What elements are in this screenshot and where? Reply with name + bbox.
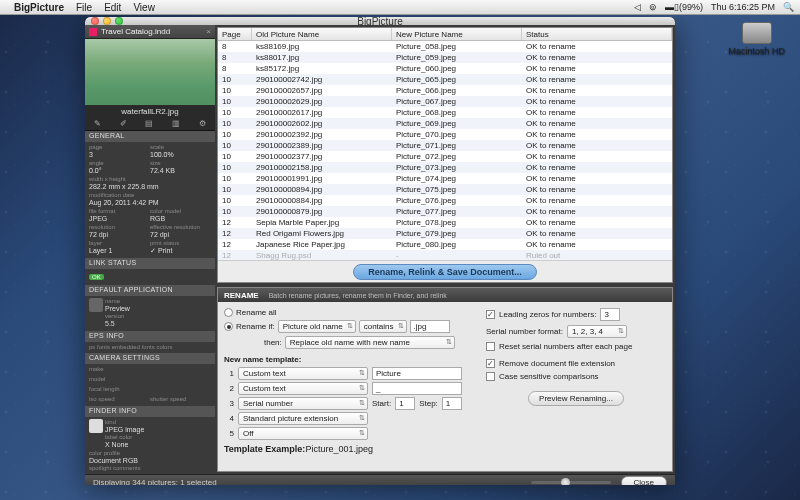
rename-relink-save-button[interactable]: Rename, Relink & Save Document... xyxy=(353,264,537,280)
minimize-icon[interactable] xyxy=(103,17,111,25)
th-old[interactable]: Old Picture Name xyxy=(252,28,392,40)
input-if-value[interactable]: .jpg xyxy=(410,320,450,333)
status-text: Displaying 344 pictures: 1 selected xyxy=(93,478,217,485)
input-t1[interactable]: Picture xyxy=(372,367,462,380)
finder-header: FINDER INFO xyxy=(85,406,215,417)
info-toolbar: ✎ ✐ ▤ ▥ ⚙ xyxy=(85,117,215,131)
template-label: New name template: xyxy=(224,355,474,364)
preview-filename: waterfallLR2.jpg xyxy=(85,107,215,116)
cb-remove-ext[interactable] xyxy=(486,359,495,368)
folder-icon[interactable]: ▤ xyxy=(145,119,153,128)
page-icon[interactable]: ▥ xyxy=(172,119,180,128)
table-row[interactable]: 10290100002602.jpgPicture_069.jpegOK to … xyxy=(218,118,672,129)
pencil-icon[interactable]: ✎ xyxy=(94,119,101,128)
cb-leading-zeros[interactable] xyxy=(486,310,495,319)
menubar: BigPicture File Edit View ◁ ⊚ ▬▯ (99%) T… xyxy=(0,0,800,15)
tab-close-icon[interactable]: × xyxy=(206,27,211,36)
table-row[interactable]: 10290100002742.jpgPicture_065.jpegOK to … xyxy=(218,74,672,85)
window: BigPicture Travel Catalog.indd × waterfa… xyxy=(85,17,675,485)
close-icon[interactable] xyxy=(91,17,99,25)
link-ok-badge: OK xyxy=(89,274,104,280)
table-row[interactable]: 10290100002617.jpgPicture_068.jpegOK to … xyxy=(218,107,672,118)
gear-icon[interactable]: ⚙ xyxy=(199,119,206,128)
defapp-header: DEFAULT APPLICATION xyxy=(85,285,215,296)
table-row[interactable]: 10290100002389.jpgPicture_071.jpegOK to … xyxy=(218,140,672,151)
preview-renaming-button[interactable]: Preview Renaming... xyxy=(528,391,624,406)
label-rename-if: Rename if: xyxy=(236,322,275,331)
battery-icon[interactable]: ▬▯ (99%) xyxy=(665,2,703,12)
table-row[interactable]: 12Japanese Rice Paper.jpgPicture_080.jpe… xyxy=(218,239,672,250)
zoom-icon[interactable] xyxy=(115,17,123,25)
input-step[interactable]: 1 xyxy=(442,397,462,410)
preview-app-icon xyxy=(89,298,103,312)
table-row[interactable]: 10290100002657.jpgPicture_066.jpegOK to … xyxy=(218,85,672,96)
select-t5[interactable]: Off xyxy=(238,427,368,440)
table-row[interactable]: 10290100002392.jpgPicture_070.jpegOK to … xyxy=(218,129,672,140)
table-row[interactable]: 10290100002377.jpgPicture_072.jpegOK to … xyxy=(218,151,672,162)
indesign-icon xyxy=(89,28,97,36)
rename-header: RENAME xyxy=(224,291,259,300)
table-row[interactable]: 12Shagg Rug.psd-Ruled out xyxy=(218,250,672,260)
sidebar: Travel Catalog.indd × waterfallLR2.jpg ✎… xyxy=(85,25,215,285)
camera-header: CAMERA SETTINGS xyxy=(85,353,215,364)
spotlight-icon[interactable]: 🔍 xyxy=(783,2,794,12)
select-t3[interactable]: Serial number xyxy=(238,397,368,410)
wifi-icon[interactable]: ⊚ xyxy=(649,2,657,12)
label-rename-all: Rename all xyxy=(236,308,276,317)
thumbnail-size-slider[interactable] xyxy=(531,481,611,484)
volume-icon[interactable]: ◁ xyxy=(634,2,641,12)
input-t2[interactable]: _ xyxy=(372,382,462,395)
menu-app[interactable]: BigPicture xyxy=(14,2,64,13)
eps-header: EPS INFO xyxy=(85,331,215,342)
radio-rename-all[interactable] xyxy=(224,308,233,317)
table-row[interactable]: 12Red Origami Flowers.jpgPicture_079.jpe… xyxy=(218,228,672,239)
table-row[interactable]: 10290100000879.jpgPicture_077.jpegOK to … xyxy=(218,206,672,217)
label-then: then: xyxy=(264,338,282,347)
statusbar: Displaying 344 pictures: 1 selected Clos… xyxy=(85,474,675,485)
desktop-hd-icon[interactable]: Macintosh HD xyxy=(728,22,785,56)
table-row[interactable]: 10290100002158.jpgPicture_073.jpegOK to … xyxy=(218,162,672,173)
table-row[interactable]: 8ks85172.jpgPicture_060.jpegOK to rename xyxy=(218,63,672,74)
jpeg-file-icon xyxy=(89,419,103,433)
rename-panel: RENAME Batch rename pictures, rename the… xyxy=(217,287,673,472)
th-status[interactable]: Status xyxy=(522,28,672,40)
menu-edit[interactable]: Edit xyxy=(104,2,121,13)
cb-case-sensitive[interactable] xyxy=(486,372,495,381)
select-t1[interactable]: Custom text xyxy=(238,367,368,380)
input-leading-zeros[interactable]: 3 xyxy=(600,308,620,321)
table-header: Page Old Picture Name New Picture Name S… xyxy=(218,28,672,41)
th-page[interactable]: Page xyxy=(218,28,252,40)
select-then[interactable]: Replace old name with new name xyxy=(285,336,455,349)
close-button[interactable]: Close xyxy=(621,476,667,485)
radio-rename-if[interactable] xyxy=(224,322,233,331)
select-if-field[interactable]: Picture old name xyxy=(278,320,356,333)
link-header: LINK STATUS xyxy=(85,258,215,269)
th-new[interactable]: New Picture Name xyxy=(392,28,522,40)
select-if-op[interactable]: contains xyxy=(359,320,407,333)
image-preview[interactable]: waterfallLR2.jpg xyxy=(85,39,215,117)
table-row[interactable]: 10290100001991.jpgPicture_074.jpegOK to … xyxy=(218,173,672,184)
cb-reset-serial[interactable] xyxy=(486,342,495,351)
input-start[interactable]: 1 xyxy=(395,397,415,410)
window-title: BigPicture xyxy=(357,17,403,27)
table-row[interactable]: 10290100000894.jpgPicture_075.jpegOK to … xyxy=(218,184,672,195)
document-tab[interactable]: Travel Catalog.indd × xyxy=(85,25,215,39)
select-serial-format[interactable]: 1, 2, 3, 4 xyxy=(567,325,627,338)
brush-icon[interactable]: ✐ xyxy=(120,119,127,128)
table-row[interactable]: 12Sepia Marble Paper.jpgPicture_078.jpeg… xyxy=(218,217,672,228)
titlebar[interactable]: BigPicture xyxy=(85,17,675,25)
general-header: GENERAL xyxy=(85,131,215,142)
sidebar-lower: DEFAULT APPLICATION namePreviewversion5.… xyxy=(85,285,215,474)
table-row[interactable]: 8ks88017.jpgPicture_059.jpegOK to rename xyxy=(218,52,672,63)
clock[interactable]: Thu 6:16:25 PM xyxy=(711,2,775,12)
desktop-hd-label: Macintosh HD xyxy=(728,46,785,56)
table-row[interactable]: 8ks88169.jpgPicture_058.jpegOK to rename xyxy=(218,41,672,52)
table-row[interactable]: 10290100002629.jpgPicture_067.jpegOK to … xyxy=(218,96,672,107)
select-t2[interactable]: Custom text xyxy=(238,382,368,395)
rename-subtitle: Batch rename pictures, rename them in Fi… xyxy=(269,292,447,299)
select-t4[interactable]: Standard picture extension xyxy=(238,412,368,425)
menu-file[interactable]: File xyxy=(76,2,92,13)
menu-view[interactable]: View xyxy=(133,2,155,13)
table-row[interactable]: 10290100000884.jpgPicture_076.jpegOK to … xyxy=(218,195,672,206)
document-name: Travel Catalog.indd xyxy=(101,27,170,36)
